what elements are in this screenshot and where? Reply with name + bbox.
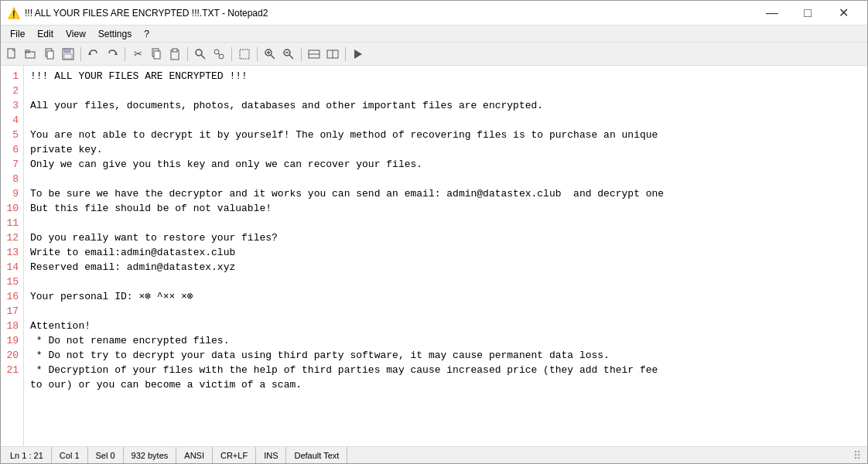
line: * Do not rename encrypted files. — [30, 333, 861, 348]
line-number: 19 — [4, 333, 19, 348]
status-encoding: ANSI — [176, 447, 213, 463]
menu-help[interactable]: ? — [138, 27, 155, 41]
line — [30, 216, 861, 230]
line-numbers: 123456789101112131415161718192021 — [1, 66, 24, 446]
save-button[interactable] — [60, 46, 77, 63]
zoom-out-button[interactable] — [280, 46, 297, 63]
line-number: 6 — [4, 142, 19, 157]
redo-button[interactable] — [104, 46, 121, 63]
editor-area: 123456789101112131415161718192021 !!! AL… — [1, 66, 867, 446]
zoom-in-button[interactable] — [261, 46, 279, 63]
toolbar: ✂ — [1, 43, 867, 66]
line — [30, 113, 861, 128]
line: * Decryption of your files with the help… — [30, 363, 861, 377]
line-number: 14 — [4, 260, 19, 275]
svg-point-16 — [196, 49, 202, 56]
window-controls: — □ ✕ — [754, 1, 861, 26]
select-all-button[interactable] — [236, 46, 253, 63]
menu-bar: File Edit View Settings ? — [1, 26, 867, 43]
line: Only we can give you this key and only w… — [30, 157, 861, 172]
line-number: 21 — [4, 363, 19, 377]
find-button[interactable] — [192, 46, 209, 63]
toolbar-sep-3 — [187, 47, 188, 61]
line-number: 13 — [4, 245, 19, 260]
svg-rect-8 — [64, 49, 70, 53]
line: to our) or you can become a victim of a … — [30, 377, 861, 392]
undo-button[interactable] — [85, 46, 102, 63]
toolbar-sep-5 — [257, 47, 258, 61]
menu-view[interactable]: View — [60, 27, 92, 41]
line-number: 9 — [4, 186, 19, 201]
close-button[interactable]: ✕ — [825, 1, 861, 26]
line-number: 5 — [4, 128, 19, 142]
line-number: 15 — [4, 275, 19, 289]
replace-button[interactable] — [210, 46, 227, 63]
run-button[interactable] — [350, 46, 367, 63]
line: private key. — [30, 142, 861, 157]
view2-button[interactable] — [324, 46, 341, 63]
line-number: 17 — [4, 304, 19, 319]
status-eol: CR+LF — [213, 447, 256, 463]
line: !!! ALL YOUR FILES ARE ENCRYPTED !!! — [30, 69, 861, 84]
menu-file[interactable]: File — [4, 27, 31, 41]
line-number: 18 — [4, 319, 19, 333]
toolbar-sep-1 — [80, 47, 81, 61]
line — [30, 392, 861, 407]
line-number: 4 — [4, 113, 19, 128]
svg-marker-33 — [354, 49, 362, 59]
svg-line-27 — [289, 55, 293, 59]
copy-button[interactable] — [148, 46, 165, 63]
line-number: 7 — [4, 157, 19, 172]
line-number: 20 — [4, 348, 19, 363]
toolbar-sep-2 — [125, 47, 125, 61]
line: Attention! — [30, 319, 861, 333]
line — [30, 172, 861, 186]
line-number: 3 — [4, 98, 19, 113]
title-bar: ⚠️ !!! ALL YOUR FILES ARE ENCRYPTED !!!.… — [1, 1, 867, 26]
line: But this file should be of not valuable! — [30, 201, 861, 216]
line-number: 12 — [4, 230, 19, 245]
main-window: ⚠️ !!! ALL YOUR FILES ARE ENCRYPTED !!!.… — [0, 0, 868, 464]
svg-line-20 — [218, 53, 220, 55]
resize-grip[interactable]: ⠿ — [853, 449, 861, 462]
copypath-button[interactable] — [41, 46, 58, 63]
line: * Do not try to decrypt your data using … — [30, 348, 861, 363]
svg-rect-15 — [173, 49, 177, 52]
line — [30, 275, 861, 289]
line-number: 16 — [4, 289, 19, 304]
line: Your personal ID: ×⊗ ^×× ×⊗ — [30, 289, 861, 304]
editor-content[interactable]: !!! ALL YOUR FILES ARE ENCRYPTED !!!All … — [24, 66, 867, 446]
svg-line-17 — [201, 55, 205, 59]
line: You are not able to decrypt it by yourse… — [30, 128, 861, 142]
svg-marker-11 — [114, 52, 118, 55]
menu-settings[interactable]: Settings — [92, 27, 138, 41]
app-icon: ⚠️ — [7, 7, 20, 19]
open-button[interactable] — [22, 46, 39, 63]
paste-button[interactable] — [166, 46, 183, 63]
line-number: 8 — [4, 172, 19, 186]
maximize-button[interactable]: □ — [790, 1, 825, 26]
line-number: 2 — [4, 84, 19, 98]
status-position: Ln 1 : 21 — [7, 447, 52, 463]
toolbar-sep-6 — [301, 47, 302, 61]
status-size: 932 bytes — [124, 447, 177, 463]
toolbar-sep-4 — [231, 47, 232, 61]
status-sel: Sel 0 — [88, 447, 124, 463]
window-title: !!! ALL YOUR FILES ARE ENCRYPTED !!!.TXT… — [25, 8, 750, 19]
svg-rect-13 — [154, 51, 160, 59]
minimize-button[interactable]: — — [754, 1, 790, 26]
view1-button[interactable] — [306, 46, 323, 63]
toolbar-sep-7 — [345, 47, 346, 61]
line — [30, 84, 861, 98]
line: Do you really want to restore your files… — [30, 230, 861, 245]
line — [30, 304, 861, 319]
line-number: 10 — [4, 201, 19, 216]
svg-line-23 — [271, 55, 275, 59]
status-col: Col 1 — [52, 447, 88, 463]
svg-rect-6 — [47, 51, 53, 59]
menu-edit[interactable]: Edit — [31, 27, 60, 41]
new-button[interactable] — [4, 46, 21, 63]
cut-button[interactable]: ✂ — [129, 46, 146, 63]
line: Write to email:admin@datastex.club — [30, 245, 861, 260]
line-number: 1 — [4, 69, 19, 84]
